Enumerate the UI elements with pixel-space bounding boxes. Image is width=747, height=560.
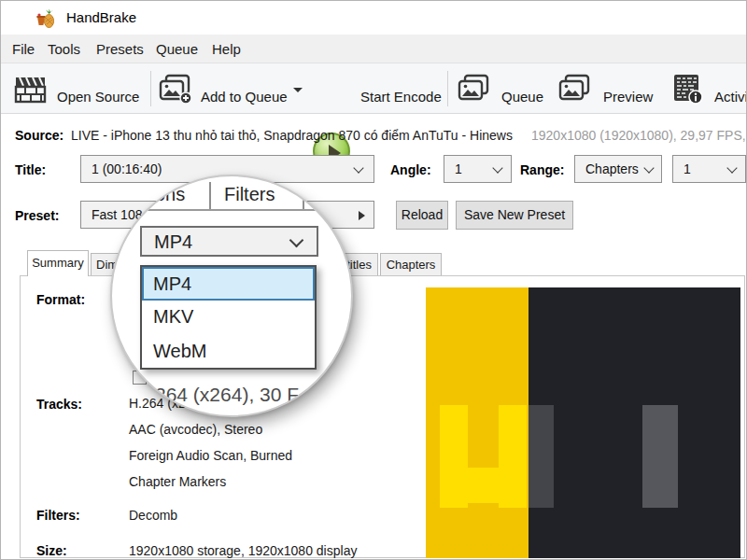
range-type-select[interactable]: Chapters — [574, 155, 662, 183]
angle-select-value: 1 — [455, 161, 462, 176]
open-source-button[interactable]: Open Source — [14, 71, 145, 108]
log-info-icon — [671, 73, 705, 110]
title-label: Title: — [15, 162, 46, 177]
preview-label: Preview — [603, 89, 653, 105]
open-source-label: Open Source — [57, 89, 139, 105]
magnified-tab-filters: Filters — [224, 184, 275, 205]
preset-label: Preset: — [15, 208, 59, 223]
tab-summary[interactable]: Summary — [27, 250, 89, 276]
arrow-right-icon — [359, 211, 365, 220]
pictures-add-icon — [158, 74, 193, 109]
chevron-down-icon — [353, 162, 363, 173]
menu-help[interactable]: Help — [212, 41, 241, 57]
clapperboard-icon — [14, 75, 48, 108]
source-details: 1920x1080 (1920x1080), 29,97 FPS, 1 — [531, 128, 747, 143]
start-encode-label: Start Encode — [360, 89, 442, 105]
track-line: Foreign Audio Scan, Burned — [129, 448, 292, 463]
magnifier-circle: ons Filters MP4 MP4 MKV WebM 264 (x264),… — [110, 175, 353, 417]
activity-log-label: Activity Log — [714, 89, 747, 105]
reload-button[interactable]: Reload — [396, 201, 448, 230]
toolbar: Open Source Add to Queue Start Encode — [1, 63, 746, 114]
caret-down-icon — [293, 88, 303, 92]
dropdown-option-webm[interactable]: WebM — [142, 335, 315, 370]
queue-label: Queue — [501, 89, 543, 105]
angle-label: Angle: — [390, 162, 431, 177]
format-dropdown-value: MP4 — [154, 231, 192, 253]
size-value: 1920x1080 storage, 1920x1080 display — [129, 543, 357, 558]
preview-faint-bar — [529, 405, 554, 508]
queue-button[interactable]: Queue — [457, 71, 546, 108]
titlebar: HandBrake — [1, 1, 746, 35]
add-to-queue-label: Add to Queue — [201, 89, 288, 105]
chevron-down-icon — [726, 162, 737, 173]
magnified-tab-dimensions-partial: ons — [155, 184, 185, 205]
filters-value: Decomb — [129, 508, 177, 523]
add-to-queue-button[interactable]: Add to Queue — [158, 71, 303, 108]
title-select-value: 1 (00:16:40) — [92, 161, 162, 176]
angle-select[interactable]: 1 — [444, 155, 512, 183]
menu-queue[interactable]: Queue — [156, 41, 198, 57]
toolbar-separator — [447, 71, 448, 106]
size-label: Size: — [36, 543, 67, 558]
preset-combo-value: Fast 108 — [92, 207, 142, 222]
handbrake-window: HandBrake File Tools Presets Queue Help … — [0, 0, 747, 560]
start-encode-button[interactable]: Start Encode — [360, 71, 444, 108]
tab-baseline — [112, 209, 353, 211]
dropdown-option-mp4[interactable]: MP4 — [142, 267, 315, 301]
pictures-stack-icon — [457, 74, 492, 109]
window-title: HandBrake — [66, 9, 136, 26]
menu-file[interactable]: File — [12, 41, 35, 57]
tab-separator — [209, 182, 211, 209]
magnified-track-text: 264 (x264), 30 F — [155, 384, 299, 406]
format-label: Format: — [36, 292, 85, 307]
preview-letter-i-bar — [642, 405, 678, 508]
preview-letter-h-crossbar — [440, 468, 527, 503]
format-dropdown[interactable]: MP4 — [140, 226, 318, 257]
menu-tools[interactable]: Tools — [48, 41, 80, 57]
track-line: Chapter Markers — [129, 474, 226, 489]
menubar: File Tools Presets Queue Help — [1, 35, 746, 63]
menu-presets[interactable]: Presets — [96, 41, 144, 57]
save-new-preset-button[interactable]: Save New Preset — [456, 201, 573, 230]
track-line: AAC (avcodec), Stereo — [129, 422, 262, 437]
toolbar-separator — [150, 71, 151, 106]
tab-separator — [303, 182, 304, 209]
activity-log-button[interactable]: Activity Log — [671, 71, 747, 108]
preview-button[interactable]: Preview — [557, 71, 655, 108]
range-end-value: 1 — [684, 161, 691, 176]
pictures-stack-icon — [557, 74, 593, 109]
chevron-down-icon — [492, 162, 502, 173]
chevron-down-icon — [289, 233, 304, 248]
source-label: Source: — [15, 128, 63, 143]
filters-label: Filters: — [36, 508, 80, 523]
app-icon — [35, 7, 57, 30]
range-type-value: Chapters — [585, 161, 639, 176]
source-value: LIVE - iPhone 13 thu nhỏ tai thỏ, Snapdr… — [71, 128, 513, 143]
dropdown-option-mkv[interactable]: MKV — [142, 301, 315, 335]
preview-image — [426, 287, 740, 558]
tracks-label: Tracks: — [36, 397, 82, 412]
chevron-down-icon — [643, 162, 654, 173]
format-dropdown-list: MP4 MKV WebM — [140, 265, 317, 370]
tab-chapters[interactable]: Chapters — [380, 253, 442, 276]
range-end-select[interactable]: 1 — [672, 155, 746, 183]
range-label: Range: — [520, 162, 564, 177]
